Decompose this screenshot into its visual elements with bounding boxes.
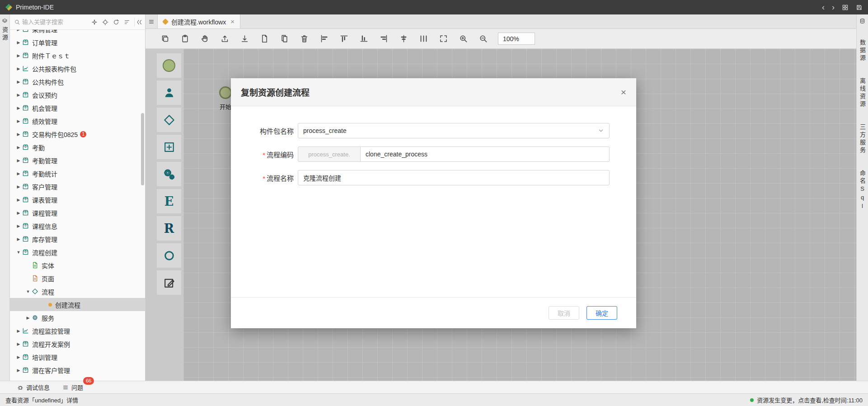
palette-entity-element[interactable]: E: [157, 189, 181, 213]
tree-item[interactable]: ▶考勤管理: [10, 154, 145, 167]
tree-scrollbar[interactable]: [141, 113, 144, 185]
paste-button[interactable]: [178, 32, 192, 46]
zoom-level-input[interactable]: 100%: [498, 33, 535, 45]
chevron-right-icon[interactable]: ▶: [15, 224, 22, 228]
tree-item[interactable]: ▶机会管理: [10, 101, 145, 114]
palette-subprocess[interactable]: [157, 135, 181, 159]
tree-item-expanded[interactable]: ▼流程: [10, 285, 145, 298]
tree-item[interactable]: ▶服务: [10, 311, 145, 324]
tree-item[interactable]: ▶培训管理: [10, 350, 145, 364]
chevron-right-icon[interactable]: ▶: [15, 80, 22, 84]
chevron-right-icon[interactable]: ▶: [15, 237, 22, 241]
chevron-right-icon[interactable]: ▶: [15, 40, 22, 45]
zoom-in-button[interactable]: [456, 32, 470, 46]
tree-item[interactable]: ▶公共报表构件包: [10, 62, 145, 75]
forward-icon[interactable]: ›: [832, 3, 835, 11]
chevron-right-icon[interactable]: ▶: [15, 355, 22, 359]
open-editors-button[interactable]: [145, 14, 157, 28]
tree-item[interactable]: 页面: [10, 272, 145, 285]
tree-item[interactable]: ▶交易构件包08251: [10, 127, 145, 141]
chevron-right-icon[interactable]: ▶: [15, 342, 22, 346]
right-tab-offline-resources[interactable]: 离线资源: [858, 78, 867, 109]
left-tab-resources[interactable]: 资源: [0, 27, 9, 42]
right-tab-third-party-services[interactable]: 三方服务: [858, 124, 867, 155]
chevron-right-icon[interactable]: ▶: [15, 119, 22, 123]
problems-tab[interactable]: 问题: [62, 383, 83, 392]
palette-service-task[interactable]: [157, 162, 181, 186]
tree-item[interactable]: ▶订单管理: [10, 36, 145, 49]
chevron-right-icon[interactable]: ▶: [15, 329, 22, 333]
chevron-right-icon[interactable]: ▶: [15, 211, 22, 215]
tree-item[interactable]: ▶采购管理: [10, 30, 145, 36]
align-top-button[interactable]: [337, 32, 351, 46]
tree-item[interactable]: ▶附件Ｔｅｓｔ: [10, 49, 145, 62]
layout-grid-icon[interactable]: [842, 4, 849, 11]
tree-item-selected[interactable]: 创建流程: [10, 298, 145, 311]
new-file-button[interactable]: [258, 32, 271, 46]
process-name-input[interactable]: [298, 170, 610, 185]
sort-button[interactable]: [122, 18, 131, 27]
tree-item[interactable]: ▶考勤统计: [10, 167, 145, 180]
palette-start-event[interactable]: [157, 53, 181, 78]
palette-end-event[interactable]: [157, 243, 181, 268]
chevron-right-icon[interactable]: ▶: [15, 30, 22, 32]
export-button[interactable]: [218, 32, 231, 46]
status-message[interactable]: 资源发生变更，点击查看,检查时间:11:00: [750, 396, 863, 404]
process-code-input[interactable]: [361, 146, 610, 162]
tree-item[interactable]: ▶流程监控管理: [10, 324, 145, 337]
align-right-button[interactable]: [377, 32, 390, 46]
chevron-right-icon[interactable]: ▶: [15, 198, 22, 202]
delete-button[interactable]: [297, 32, 311, 46]
tree-item[interactable]: ▶绩效管理: [10, 114, 145, 127]
align-left-button[interactable]: [317, 32, 331, 46]
copy-button[interactable]: [158, 32, 172, 46]
chevron-right-icon[interactable]: ▶: [15, 66, 22, 71]
distribute-button[interactable]: [417, 32, 430, 46]
ai-assist-button[interactable]: [90, 18, 99, 27]
tree-item[interactable]: ▶课程信息: [10, 219, 145, 232]
chevron-right-icon[interactable]: ▶: [15, 184, 22, 189]
chevron-right-icon[interactable]: ▶: [15, 132, 22, 137]
chevron-right-icon[interactable]: ▶: [15, 368, 22, 373]
tree-item[interactable]: 实体: [10, 259, 145, 272]
tree-item[interactable]: ▶潜在客户管理: [10, 364, 145, 377]
tree-item[interactable]: ▶公共构件包: [10, 75, 145, 88]
tree-item[interactable]: ▶客户管理: [10, 180, 145, 193]
tree-item-expanded[interactable]: ▼流程创建: [10, 245, 145, 259]
align-bottom-button[interactable]: [357, 32, 371, 46]
duplicate-button[interactable]: [277, 32, 291, 46]
ok-button[interactable]: 确定: [586, 306, 617, 320]
tree-item[interactable]: ▶课表管理: [10, 193, 145, 206]
collapse-all-button[interactable]: [134, 18, 143, 27]
package-name-select[interactable]: process_create: [298, 123, 610, 138]
chevron-right-icon[interactable]: ▶: [15, 145, 22, 150]
back-icon[interactable]: ‹: [822, 3, 825, 11]
chevron-right-icon[interactable]: ▶: [15, 106, 22, 110]
tree-item[interactable]: ▶库存管理: [10, 232, 145, 245]
right-tab-datasource[interactable]: 数据源: [858, 39, 867, 62]
refresh-button[interactable]: [112, 18, 121, 27]
save-icon[interactable]: [856, 4, 863, 11]
close-tab-icon[interactable]: ×: [230, 18, 235, 25]
tree-item[interactable]: ▶考勤: [10, 141, 145, 154]
cancel-button[interactable]: 取消: [549, 306, 579, 320]
pan-button[interactable]: [198, 32, 211, 46]
tree-item[interactable]: ▶课程管理: [10, 206, 145, 219]
editor-tab[interactable]: 创建流程.workflowx ×: [157, 14, 240, 28]
palette-gateway[interactable]: [157, 108, 181, 132]
debug-info-tab[interactable]: 调试信息: [17, 383, 50, 392]
locate-button[interactable]: [101, 18, 110, 27]
close-icon[interactable]: ×: [621, 87, 626, 97]
tree-item[interactable]: ▶会议预约: [10, 88, 145, 101]
chevron-right-icon[interactable]: ▶: [15, 158, 22, 163]
chevron-right-icon[interactable]: ▶: [15, 171, 22, 176]
chevron-right-icon[interactable]: ▶: [15, 93, 22, 97]
palette-edit-tool[interactable]: [157, 270, 181, 295]
chevron-right-icon[interactable]: ▶: [24, 316, 32, 320]
chevron-right-icon[interactable]: ▶: [15, 53, 22, 58]
import-button[interactable]: [238, 32, 251, 46]
right-tab-named-sql[interactable]: 命名Sql: [858, 170, 867, 211]
tree-item[interactable]: ▶流程开发案例: [10, 337, 145, 350]
chevron-down-icon[interactable]: ▼: [24, 289, 32, 294]
chevron-down-icon[interactable]: ▼: [15, 250, 22, 255]
